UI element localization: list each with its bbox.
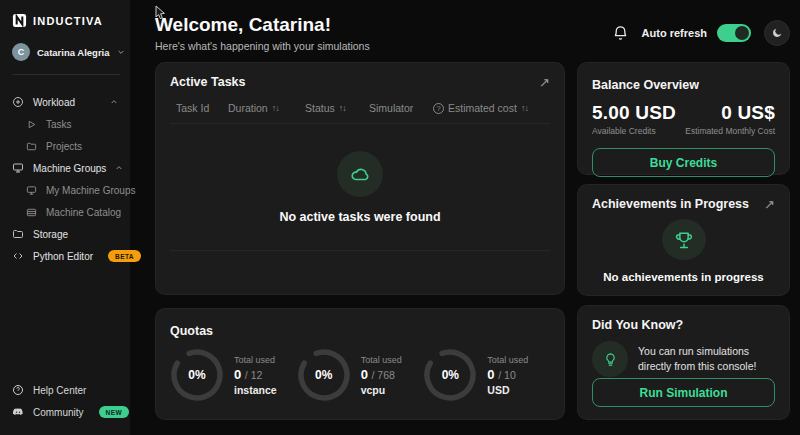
page-title: Welcome, Catarina!	[155, 14, 370, 36]
main-content: Welcome, Catarina! Here's what's happeni…	[130, 0, 800, 435]
user-name: Catarina Alegria	[37, 47, 110, 58]
brand-name: INDUCTIVA	[33, 15, 103, 27]
balance-overview-card: Balance Overview 5.00 USD Available Cred…	[577, 62, 790, 175]
toggle-knob	[735, 26, 749, 40]
avatar: C	[12, 43, 30, 61]
play-icon	[26, 119, 37, 130]
sidebar-item-machine-groups[interactable]: Machine Groups	[12, 157, 120, 179]
achievements-card: Achievements in Progress ↗ No achievemen…	[577, 184, 790, 296]
cloud-icon	[337, 151, 383, 197]
quota-vcpu: 0% Total used 0 / 768 vcpu	[297, 348, 424, 402]
help-icon[interactable]: ?	[433, 103, 444, 114]
sort-icon[interactable]: ↑↓	[339, 103, 346, 113]
sidebar-item-machine-catalog[interactable]: Machine Catalog	[12, 201, 120, 223]
column-simulator: Simulator	[369, 102, 413, 114]
notifications-bell-icon[interactable]	[612, 25, 629, 42]
page-header: Welcome, Catarina! Here's what's happeni…	[155, 14, 790, 62]
active-tasks-card: Active Tasks ↗ Task Id Duration ↑↓ Statu…	[155, 62, 565, 295]
chevron-up-icon	[115, 164, 125, 172]
chevron-down-icon	[117, 48, 125, 56]
theme-toggle-button[interactable]	[764, 20, 790, 46]
donut-chart: 0%	[297, 348, 351, 402]
sidebar-item-help-center[interactable]: Help Center	[12, 379, 120, 401]
sidebar-footer: Help Center Community NEW	[12, 379, 120, 423]
sort-icon[interactable]: ↑↓	[521, 103, 528, 113]
achievements-empty-message: No achievements in progress	[592, 271, 775, 283]
quota-usd: 0% Total used 0 / 10 USD	[423, 348, 550, 402]
external-link-icon[interactable]: ↗	[539, 76, 550, 89]
did-you-know-message: You can run simulations directly from th…	[638, 344, 775, 374]
sort-icon[interactable]: ↑↓	[272, 103, 279, 113]
quotas-card: Quotas 0% Total used 0 / 12 instance	[155, 308, 565, 420]
column-task-id: Task Id	[176, 102, 209, 114]
monthly-cost-value: 0 US$	[685, 102, 775, 124]
target-icon	[12, 96, 24, 108]
sidebar-divider	[12, 74, 120, 75]
inductiva-logo-icon	[12, 13, 27, 28]
quota-percent: 0%	[297, 348, 351, 402]
moon-icon	[771, 27, 783, 39]
column-status[interactable]: Status ↑↓	[305, 102, 369, 114]
column-estimated-cost[interactable]: ? Estimated cost ↑↓	[433, 102, 528, 114]
page-subtitle: Here's what's happening with your simula…	[155, 40, 370, 52]
monitor-icon	[12, 162, 24, 174]
tasks-empty-message: No active tasks were found	[279, 210, 440, 224]
chevron-up-icon	[110, 98, 120, 106]
auto-refresh-toggle[interactable]	[717, 24, 751, 42]
did-you-know-title: Did You Know?	[592, 318, 775, 332]
folder-icon	[26, 141, 37, 152]
quota-percent: 0%	[423, 348, 477, 402]
achievements-title: Achievements in Progress	[592, 197, 749, 211]
lightbulb-icon	[592, 341, 628, 377]
auto-refresh-label: Auto refresh	[642, 27, 707, 39]
folder-icon	[12, 228, 24, 240]
tasks-table-header: Task Id Duration ↑↓ Status ↑↓ Simulator …	[170, 102, 550, 124]
sidebar: INDUCTIVA C Catarina Alegria Workload Ta…	[0, 0, 130, 435]
user-menu[interactable]: C Catarina Alegria	[12, 43, 120, 61]
rows-icon	[26, 207, 37, 218]
help-icon	[12, 384, 24, 396]
did-you-know-card: Did You Know? You can run simulations di…	[577, 305, 790, 420]
sidebar-item-projects[interactable]: Projects	[12, 135, 120, 157]
column-duration[interactable]: Duration ↑↓	[228, 102, 305, 114]
tasks-empty-state: No active tasks were found	[170, 124, 550, 251]
sidebar-item-my-machine-groups[interactable]: My Machine Groups	[12, 179, 120, 201]
sidebar-item-workload[interactable]: Workload	[12, 91, 120, 113]
sidebar-item-storage[interactable]: Storage	[12, 223, 120, 245]
external-link-icon[interactable]: ↗	[764, 198, 775, 211]
quotas-title: Quotas	[170, 324, 213, 338]
available-credits-label: Available Credits	[592, 126, 676, 136]
code-icon	[12, 250, 24, 262]
active-tasks-title: Active Tasks	[170, 75, 246, 89]
discord-icon	[12, 406, 24, 418]
donut-chart: 0%	[423, 348, 477, 402]
donut-chart: 0%	[170, 348, 224, 402]
brand-logo[interactable]: INDUCTIVA	[12, 13, 120, 28]
sidebar-item-python-editor[interactable]: Python Editor BETA	[12, 245, 120, 267]
buy-credits-button[interactable]: Buy Credits	[592, 148, 775, 177]
available-credits-value: 5.00 USD	[592, 102, 676, 124]
sidebar-nav: Workload Tasks Projects Machine Groups	[12, 91, 120, 267]
balance-title: Balance Overview	[592, 78, 699, 92]
run-simulation-button[interactable]: Run Simulation	[592, 378, 775, 407]
new-badge: NEW	[99, 406, 129, 418]
trophy-icon	[662, 219, 706, 260]
quota-percent: 0%	[170, 348, 224, 402]
monitor-icon	[26, 185, 37, 196]
sidebar-item-community[interactable]: Community NEW	[12, 401, 120, 423]
sidebar-item-tasks[interactable]: Tasks	[12, 113, 120, 135]
monthly-cost-label: Estimated Monthly Cost	[685, 126, 775, 136]
quota-instance: 0% Total used 0 / 12 instance	[170, 348, 297, 402]
